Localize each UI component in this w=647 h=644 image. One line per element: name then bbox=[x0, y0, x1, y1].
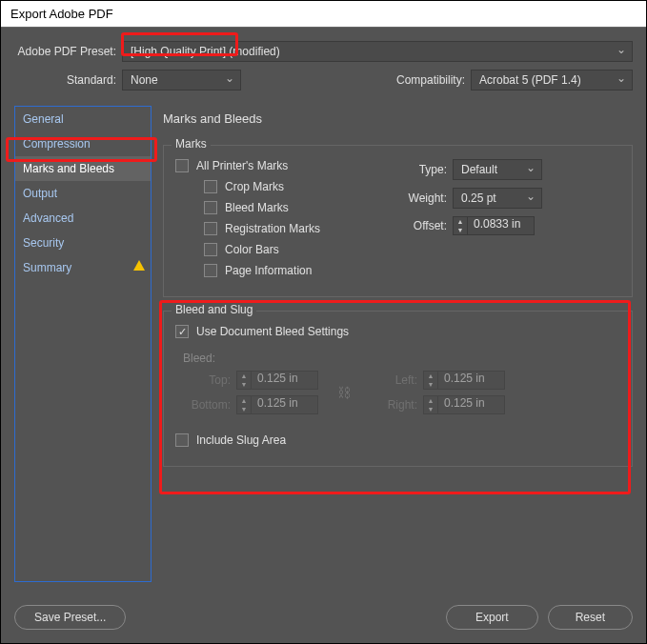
sidebar-item-security[interactable]: Security bbox=[15, 231, 151, 255]
offset-input[interactable]: 0.0833 in bbox=[468, 216, 535, 235]
sidebar-item-advanced[interactable]: Advanced bbox=[15, 206, 151, 231]
sidebar-item-general[interactable]: General bbox=[15, 107, 151, 131]
weight-value: 0.25 pt bbox=[461, 191, 496, 205]
bleed-marks-label: Bleed Marks bbox=[225, 201, 289, 214]
window-titlebar: Export Adobe PDF bbox=[1, 1, 646, 28]
sidebar-item-label: Security bbox=[23, 236, 64, 250]
include-slug-checkbox[interactable] bbox=[175, 433, 189, 447]
link-icon: ⛓ bbox=[337, 385, 351, 400]
bleed-marks-checkbox[interactable] bbox=[204, 201, 217, 214]
color-bars-checkbox[interactable] bbox=[204, 243, 217, 256]
type-dropdown[interactable]: Default bbox=[453, 159, 542, 180]
warning-icon bbox=[133, 260, 145, 271]
use-doc-bleed-label: Use Document Bleed Settings bbox=[196, 325, 349, 338]
sidebar-item-label: Output bbox=[23, 187, 57, 200]
sidebar-item-marks-bleeds[interactable]: Marks and Bleeds bbox=[15, 156, 151, 181]
marks-legend: Marks bbox=[172, 137, 211, 151]
crop-marks-checkbox[interactable] bbox=[204, 180, 217, 193]
bleed-left-stepper[interactable]: ▲▼ bbox=[423, 371, 438, 390]
bleed-left-label: Left: bbox=[370, 373, 417, 387]
sidebar-item-label: Marks and Bleeds bbox=[23, 162, 114, 175]
chevron-up-icon[interactable]: ▲ bbox=[237, 372, 251, 380]
registration-marks-checkbox[interactable] bbox=[204, 222, 217, 235]
compat-dropdown[interactable]: Acrobat 5 (PDF 1.4) bbox=[471, 70, 633, 91]
sidebar-item-output[interactable]: Output bbox=[15, 181, 151, 206]
type-value: Default bbox=[461, 163, 497, 176]
marks-fieldset: Marks All Printer's Marks Crop Marks Ble… bbox=[163, 145, 633, 297]
bleed-top-label: Top: bbox=[183, 373, 231, 387]
sidebar-item-label: Summary bbox=[23, 261, 71, 274]
all-printers-marks-label: All Printer's Marks bbox=[196, 159, 288, 172]
bleed-slug-fieldset: Bleed and Slug Use Document Bleed Settin… bbox=[163, 311, 633, 467]
sidebar-item-label: Advanced bbox=[23, 211, 73, 225]
weight-dropdown[interactable]: 0.25 pt bbox=[453, 188, 542, 209]
reset-label: Reset bbox=[576, 611, 605, 624]
preset-value: [High Quality Print] (modified) bbox=[131, 45, 280, 58]
bleed-top-stepper[interactable]: ▲▼ bbox=[236, 371, 252, 390]
sidebar-item-summary[interactable]: Summary bbox=[15, 255, 151, 280]
chevron-down-icon[interactable]: ▼ bbox=[424, 405, 437, 413]
bleed-bottom-stepper[interactable]: ▲▼ bbox=[236, 395, 252, 414]
bleed-slug-legend: Bleed and Slug bbox=[172, 303, 256, 316]
registration-marks-label: Registration Marks bbox=[225, 222, 320, 235]
bleed-right-stepper[interactable]: ▲▼ bbox=[423, 395, 438, 414]
chevron-down-icon[interactable]: ▼ bbox=[454, 226, 467, 234]
bleed-right-input[interactable]: 0.125 in bbox=[438, 395, 505, 414]
sidebar-item-label: Compression bbox=[23, 137, 91, 151]
use-doc-bleed-checkbox[interactable] bbox=[175, 325, 189, 338]
export-button[interactable]: Export bbox=[446, 605, 538, 630]
sidebar: General Compression Marks and Bleeds Out… bbox=[14, 106, 152, 582]
save-preset-label: Save Preset... bbox=[34, 611, 106, 624]
compat-value: Acrobat 5 (PDF 1.4) bbox=[479, 73, 581, 87]
offset-stepper[interactable]: ▲▼ bbox=[453, 216, 468, 235]
page-info-label: Page Information bbox=[225, 264, 312, 277]
chevron-down-icon[interactable]: ▼ bbox=[237, 405, 251, 413]
chevron-up-icon[interactable]: ▲ bbox=[424, 372, 437, 380]
save-preset-button[interactable]: Save Preset... bbox=[14, 605, 126, 630]
preset-dropdown[interactable]: [High Quality Print] (modified) bbox=[122, 41, 633, 62]
bleed-top-input[interactable]: 0.125 in bbox=[252, 371, 318, 390]
preset-label: Adobe PDF Preset: bbox=[14, 45, 116, 58]
standard-dropdown[interactable]: None bbox=[122, 70, 241, 91]
bleed-left-input[interactable]: 0.125 in bbox=[438, 371, 505, 390]
reset-button[interactable]: Reset bbox=[548, 605, 633, 630]
window-title: Export Adobe PDF bbox=[10, 7, 113, 21]
include-slug-label: Include Slug Area bbox=[196, 433, 286, 447]
offset-label: Offset: bbox=[399, 219, 447, 232]
export-label: Export bbox=[475, 611, 509, 624]
standard-label: Standard: bbox=[14, 73, 116, 87]
chevron-up-icon[interactable]: ▲ bbox=[424, 396, 437, 405]
chevron-down-icon[interactable]: ▼ bbox=[424, 380, 437, 389]
standard-value: None bbox=[131, 73, 158, 87]
all-printers-marks-checkbox[interactable] bbox=[175, 159, 189, 172]
color-bars-label: Color Bars bbox=[225, 243, 279, 256]
compat-label: Compatibility: bbox=[396, 73, 465, 87]
bleed-bottom-label: Bottom: bbox=[183, 398, 231, 412]
bleed-bottom-input[interactable]: 0.125 in bbox=[252, 395, 318, 414]
sidebar-item-label: General bbox=[23, 112, 64, 126]
chevron-up-icon[interactable]: ▲ bbox=[237, 396, 251, 405]
bleed-label: Bleed: bbox=[183, 352, 620, 365]
weight-label: Weight: bbox=[399, 191, 447, 205]
sidebar-item-compression[interactable]: Compression bbox=[15, 131, 151, 156]
bleed-right-label: Right: bbox=[370, 398, 417, 412]
page-info-checkbox[interactable] bbox=[204, 264, 217, 277]
chevron-down-icon[interactable]: ▼ bbox=[237, 380, 251, 389]
chevron-up-icon[interactable]: ▲ bbox=[454, 217, 467, 226]
page-title: Marks and Bleeds bbox=[163, 111, 633, 126]
crop-marks-label: Crop Marks bbox=[225, 180, 284, 193]
type-label: Type: bbox=[399, 163, 447, 176]
